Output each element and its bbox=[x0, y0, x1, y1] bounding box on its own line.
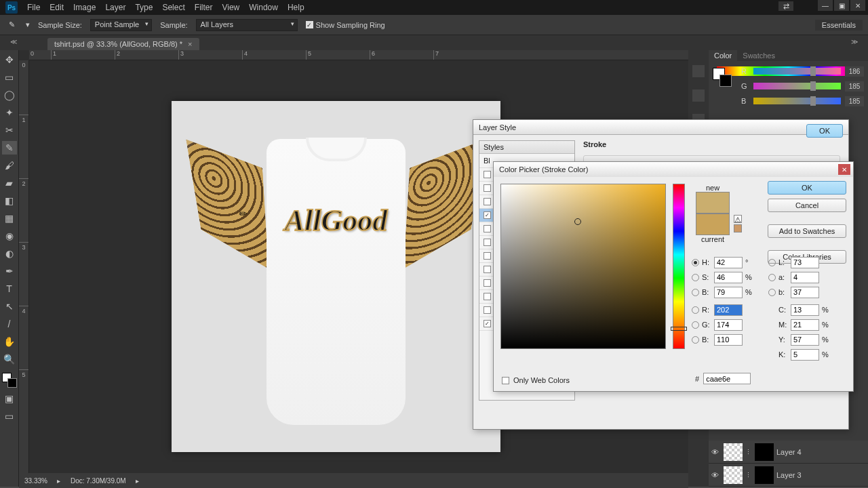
clone-stamp-tool[interactable]: ▰ bbox=[2, 176, 17, 190]
move-tool[interactable]: ✥ bbox=[2, 53, 17, 66]
color-picker-dialog[interactable]: Color Picker (Stroke Color) ✕ new curren… bbox=[493, 161, 854, 392]
menu-help[interactable]: Help bbox=[288, 3, 304, 12]
quick-mask-button[interactable]: ▣ bbox=[2, 392, 17, 405]
web-safe-swatch[interactable] bbox=[734, 224, 742, 232]
menu-edit[interactable]: Edit bbox=[50, 3, 64, 12]
zoom-tool[interactable]: 🔍 bbox=[2, 352, 17, 366]
menu-select[interactable]: Select bbox=[162, 3, 184, 12]
r-slider[interactable] bbox=[753, 68, 841, 75]
layer-name[interactable]: Layer 4 bbox=[776, 448, 802, 456]
b-value[interactable]: 185 bbox=[845, 96, 864, 106]
current-color-swatch[interactable] bbox=[696, 214, 730, 235]
layer-thumbnail[interactable] bbox=[724, 466, 743, 484]
hex-input[interactable] bbox=[703, 373, 751, 384]
tab-close-icon[interactable]: × bbox=[188, 40, 192, 48]
chevron-right-icon[interactable]: ▸ bbox=[134, 477, 141, 485]
brush-tool[interactable]: 🖌 bbox=[2, 159, 17, 172]
tab-color[interactable]: Color bbox=[709, 50, 737, 61]
lab-b-radio[interactable] bbox=[768, 289, 776, 296]
menu-filter[interactable]: Filter bbox=[195, 3, 213, 12]
dock-icon[interactable] bbox=[692, 89, 705, 102]
visibility-icon[interactable]: 👁 bbox=[711, 471, 721, 479]
eraser-tool[interactable]: ◧ bbox=[2, 194, 17, 207]
cancel-button[interactable]: Cancel bbox=[768, 199, 846, 212]
gradient-tool[interactable]: ▦ bbox=[2, 211, 17, 225]
menu-type[interactable]: Type bbox=[135, 3, 153, 12]
magic-wand-tool[interactable]: ✦ bbox=[2, 106, 17, 119]
g-input[interactable] bbox=[714, 319, 743, 331]
g-slider[interactable] bbox=[753, 83, 841, 89]
g-radio[interactable] bbox=[692, 321, 699, 329]
maximize-button[interactable]: ▣ bbox=[834, 0, 849, 11]
type-tool[interactable]: T bbox=[2, 282, 17, 296]
r-input[interactable] bbox=[714, 304, 743, 316]
panel-fg-bg-swatch[interactable] bbox=[713, 68, 732, 87]
only-web-colors-checkbox[interactable]: Only Web Colors bbox=[502, 376, 570, 384]
dodge-tool[interactable]: ◐ bbox=[2, 247, 17, 260]
visibility-icon[interactable]: 👁 bbox=[711, 448, 721, 456]
dock-icon[interactable] bbox=[692, 65, 705, 77]
add-to-swatches-button[interactable]: Add to Swatches bbox=[768, 224, 846, 238]
minimize-button[interactable]: — bbox=[818, 0, 833, 11]
layer-thumbnail[interactable] bbox=[724, 443, 743, 461]
h-radio[interactable] bbox=[692, 259, 699, 266]
sample-dropdown[interactable]: All Layers bbox=[196, 19, 298, 31]
dialog-close-button[interactable]: ✕ bbox=[838, 164, 850, 175]
slider-thumb[interactable] bbox=[810, 96, 816, 106]
dialog-title-bar[interactable]: Color Picker (Stroke Color) ✕ bbox=[494, 162, 853, 177]
screen-mode-button[interactable]: ⇄ bbox=[778, 1, 793, 11]
s-input[interactable] bbox=[714, 272, 743, 283]
dialog-title[interactable]: Layer Style bbox=[473, 120, 848, 135]
g-value[interactable]: 185 bbox=[845, 81, 864, 92]
y-input[interactable] bbox=[791, 334, 819, 346]
panel-bg-swatch[interactable] bbox=[719, 75, 732, 87]
layer-mask-thumbnail[interactable] bbox=[755, 466, 774, 484]
b-radio[interactable] bbox=[692, 289, 699, 296]
crop-tool[interactable]: ✂ bbox=[2, 123, 17, 137]
show-sampling-ring-checkbox[interactable]: ✓ Show Sampling Ring bbox=[306, 21, 385, 29]
close-button[interactable]: ✕ bbox=[850, 0, 865, 11]
zoom-readout[interactable]: 33.33% bbox=[24, 477, 47, 485]
ok-button[interactable]: OK bbox=[768, 181, 846, 195]
slider-thumb[interactable] bbox=[810, 66, 816, 76]
menu-image[interactable]: Image bbox=[73, 3, 96, 12]
layer-mask-thumbnail[interactable] bbox=[755, 443, 774, 461]
eyedropper-tool[interactable]: ✎ bbox=[2, 141, 17, 155]
k-input[interactable] bbox=[791, 349, 819, 361]
layer-row[interactable]: 👁 ⋮ Layer 4 bbox=[709, 441, 868, 464]
menu-layer[interactable]: Layer bbox=[105, 3, 125, 12]
menu-window[interactable]: Window bbox=[249, 3, 278, 12]
layer-name[interactable]: Layer 3 bbox=[776, 471, 802, 479]
foreground-background-colors[interactable] bbox=[2, 373, 17, 388]
path-selection-tool[interactable]: ↖ bbox=[2, 300, 17, 313]
a-radio[interactable] bbox=[768, 274, 776, 281]
tab-swatches[interactable]: Swatches bbox=[737, 50, 781, 61]
l-input[interactable] bbox=[791, 257, 819, 268]
warning-icon[interactable]: ⚠ bbox=[734, 215, 742, 223]
b2-radio[interactable] bbox=[692, 336, 699, 344]
sample-size-dropdown[interactable]: Point Sample bbox=[90, 19, 152, 31]
lab-b-input[interactable] bbox=[791, 287, 819, 298]
l-radio[interactable] bbox=[768, 259, 776, 266]
m-input[interactable] bbox=[791, 319, 819, 331]
menu-file[interactable]: File bbox=[27, 3, 40, 12]
layer-style-ok-button[interactable]: OK bbox=[806, 124, 843, 138]
screen-mode-menu[interactable]: ▭ bbox=[2, 409, 17, 423]
hue-slider-thumb[interactable] bbox=[671, 327, 687, 331]
document-tab[interactable]: tshirt.psd @ 33.3% (AllGood, RGB/8) * × bbox=[47, 38, 199, 50]
shape-tool[interactable]: / bbox=[2, 317, 17, 331]
b-input[interactable] bbox=[714, 287, 743, 298]
b-slider[interactable] bbox=[753, 98, 841, 104]
blur-tool[interactable]: ◉ bbox=[2, 229, 17, 243]
background-swatch[interactable] bbox=[7, 378, 17, 388]
c-input[interactable] bbox=[791, 304, 819, 316]
menu-view[interactable]: View bbox=[222, 3, 239, 12]
a-input[interactable] bbox=[791, 272, 819, 283]
styles-list-header[interactable]: Styles bbox=[479, 141, 574, 154]
workspace-switcher[interactable]: Essentials bbox=[815, 20, 863, 30]
chevron-right-icon[interactable]: ▸ bbox=[56, 477, 62, 485]
r-value[interactable]: 186 bbox=[845, 66, 864, 77]
pen-tool[interactable]: ✒ bbox=[2, 264, 17, 278]
hue-slider[interactable] bbox=[673, 184, 685, 349]
b2-input[interactable] bbox=[714, 334, 743, 346]
